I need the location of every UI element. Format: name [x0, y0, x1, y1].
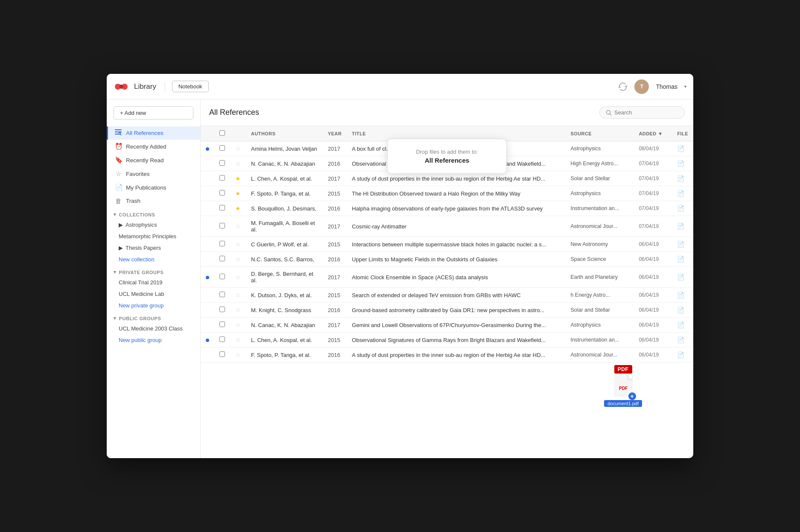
sidebar-item-new-collection[interactable]: New collection — [107, 254, 200, 265]
file-icon[interactable]: 📄 — [677, 190, 684, 197]
row-star[interactable]: ☆ — [230, 348, 246, 362]
row-star[interactable]: ☆ — [230, 318, 246, 333]
star-toggle[interactable]: ☆ — [235, 322, 241, 328]
col-added[interactable]: ADDED ▼ — [634, 126, 672, 141]
row-star[interactable]: ☆ — [230, 267, 246, 288]
row-select-checkbox[interactable] — [219, 223, 225, 228]
user-menu-chevron[interactable]: ▾ — [684, 84, 686, 89]
sidebar-item-metamorphic-principles[interactable]: Metamorphic Principles — [107, 231, 200, 242]
file-icon[interactable]: 📄 — [677, 274, 684, 281]
sidebar-item-recently-read[interactable]: 🔖 Recently Read — [107, 153, 200, 167]
file-icon[interactable]: 📄 — [677, 322, 684, 328]
star-toggle[interactable]: ☆ — [235, 256, 241, 263]
file-icon[interactable]: 📄 — [677, 292, 684, 298]
table-row[interactable]: ☆ D. Berge, S. Bernhard, et al. 2017 Ato… — [201, 267, 693, 288]
row-select-checkbox[interactable] — [219, 205, 225, 210]
table-row[interactable]: ☆ F. Spoto, P. Tanga, et al. 2016 A stud… — [201, 348, 693, 362]
sidebar-item-ucl-medicine-lab[interactable]: UCL Medicine Lab — [107, 288, 200, 300]
table-row[interactable]: ☆ L. Chen, A. Kospal, et al. 2015 Observ… — [201, 333, 693, 348]
row-select-checkbox[interactable] — [219, 241, 225, 246]
search-input[interactable] — [614, 109, 678, 116]
sidebar-item-ucl-medicine-2003[interactable]: UCL Medicine 2003 Class — [107, 323, 200, 334]
row-select-checkbox[interactable] — [219, 336, 225, 342]
file-icon[interactable]: 📄 — [677, 241, 684, 248]
col-year[interactable]: YEAR — [323, 126, 347, 141]
row-select-checkbox[interactable] — [219, 190, 225, 196]
file-icon[interactable]: 📄 — [677, 256, 684, 263]
row-checkbox[interactable] — [214, 318, 230, 333]
sidebar-item-favorites[interactable]: ☆ Favorites — [107, 167, 200, 181]
file-icon[interactable]: 📄 — [677, 145, 684, 152]
row-star[interactable]: ★ — [230, 171, 246, 186]
col-authors[interactable]: AUTHORS — [246, 126, 323, 141]
row-checkbox[interactable] — [214, 201, 230, 216]
row-checkbox[interactable] — [214, 252, 230, 267]
sidebar-item-astrophysics[interactable]: ▶ Astrophysics — [107, 219, 200, 231]
col-source[interactable]: SOURCE — [565, 126, 634, 141]
row-star[interactable]: ☆ — [230, 333, 246, 348]
row-checkbox[interactable] — [214, 303, 230, 318]
star-toggle[interactable]: ☆ — [235, 292, 241, 298]
row-star[interactable]: ☆ — [230, 252, 246, 267]
row-checkbox[interactable] — [214, 156, 230, 171]
row-select-checkbox[interactable] — [219, 274, 225, 279]
file-icon[interactable]: 📄 — [677, 351, 684, 358]
row-checkbox[interactable] — [214, 267, 230, 288]
row-checkbox[interactable] — [214, 141, 230, 156]
sidebar-item-new-public-group[interactable]: New public group — [107, 334, 200, 346]
star-toggle[interactable]: ★ — [235, 190, 241, 197]
row-select-checkbox[interactable] — [219, 351, 225, 357]
sidebar-item-new-private-group[interactable]: New private group — [107, 300, 200, 311]
table-row[interactable]: ★ F. Spoto, P. Tanga, et al. 2015 The HI… — [201, 186, 693, 201]
table-row[interactable]: ☆ M. Knight, C. Snodgrass 2016 Ground-ba… — [201, 303, 693, 318]
star-toggle[interactable]: ☆ — [235, 160, 241, 167]
star-toggle[interactable]: ☆ — [235, 336, 241, 343]
sidebar-item-clinical-trial[interactable]: Clinical Trial 2019 — [107, 277, 200, 288]
row-select-checkbox[interactable] — [219, 256, 225, 261]
row-checkbox[interactable] — [214, 288, 230, 303]
row-select-checkbox[interactable] — [219, 175, 225, 181]
table-row[interactable]: ☆ N.C. Santos, S.C. Barros, 2016 Upper L… — [201, 252, 693, 267]
row-checkbox[interactable] — [214, 186, 230, 201]
row-select-checkbox[interactable] — [219, 292, 225, 297]
select-all-checkbox[interactable] — [219, 130, 225, 136]
row-select-checkbox[interactable] — [219, 145, 225, 151]
star-toggle[interactable]: ★ — [235, 205, 241, 212]
row-star[interactable]: ★ — [230, 186, 246, 201]
table-row[interactable]: ☆ N. Canac, K. N. Abazajian 2017 Gemini … — [201, 318, 693, 333]
star-toggle[interactable]: ☆ — [235, 241, 241, 248]
row-checkbox[interactable] — [214, 333, 230, 348]
file-icon[interactable]: 📄 — [677, 205, 684, 212]
private-groups-section-header[interactable]: ▾ PRIVATE GROUPS — [107, 265, 200, 277]
row-star[interactable]: ☆ — [230, 303, 246, 318]
row-select-checkbox[interactable] — [219, 322, 225, 327]
sidebar-item-my-publications[interactable]: 📄 My Publications — [107, 181, 200, 194]
sidebar-item-all-references[interactable]: All References — [107, 126, 200, 140]
collections-section-header[interactable]: ▾ COLLECTIONS — [107, 208, 200, 219]
sidebar-item-trash[interactable]: 🗑 Trash — [107, 194, 200, 208]
notebook-button[interactable]: Notebook — [172, 81, 209, 92]
sidebar-item-thesis-papers[interactable]: ▶ Thesis Papers — [107, 242, 200, 254]
file-icon[interactable]: 📄 — [677, 336, 684, 343]
row-star[interactable]: ★ — [230, 201, 246, 216]
star-toggle[interactable]: ☆ — [235, 223, 241, 230]
file-icon[interactable]: 📄 — [677, 160, 684, 167]
row-select-checkbox[interactable] — [219, 160, 225, 166]
search-box[interactable] — [599, 106, 685, 119]
star-toggle[interactable]: ☆ — [235, 274, 241, 281]
table-row[interactable]: ★ S. Bouquillon, J. Desmars, 2016 Halpha… — [201, 201, 693, 216]
star-toggle[interactable]: ☆ — [235, 307, 241, 313]
table-row[interactable]: ☆ K. Dutson, J. Dyks, et al. 2015 Search… — [201, 288, 693, 303]
row-checkbox[interactable] — [214, 171, 230, 186]
star-toggle[interactable]: ☆ — [235, 351, 241, 358]
table-row[interactable]: ☆ C Guerlin, P Wolf, et al. 2015 Interac… — [201, 237, 693, 252]
row-star[interactable]: ☆ — [230, 288, 246, 303]
row-checkbox[interactable] — [214, 237, 230, 252]
star-toggle[interactable]: ☆ — [235, 145, 241, 152]
file-icon[interactable]: 📄 — [677, 307, 684, 313]
sidebar-item-recently-added[interactable]: ⏰ Recently Added — [107, 140, 200, 153]
col-check[interactable] — [214, 126, 230, 141]
row-star[interactable]: ☆ — [230, 156, 246, 171]
avatar[interactable]: T — [634, 79, 649, 94]
row-star[interactable]: ☆ — [230, 237, 246, 252]
